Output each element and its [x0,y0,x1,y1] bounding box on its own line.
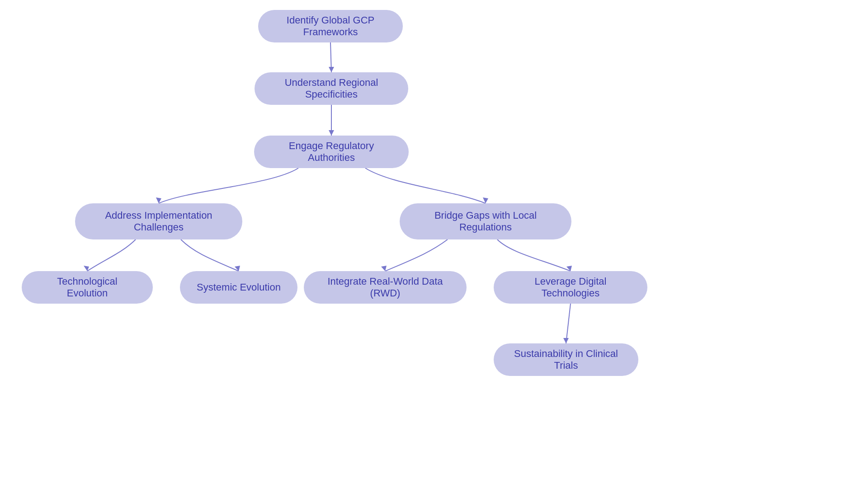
svg-marker-6 [84,266,89,271]
svg-marker-8 [381,266,387,271]
svg-marker-11 [563,338,569,343]
node-tech-evol: Technological Evolution [22,271,153,304]
svg-marker-1 [329,67,334,72]
connector-svg [0,0,868,488]
svg-marker-5 [483,197,488,203]
node-sustain: Sustainability in Clinical Trials [494,343,638,376]
node-digital: Leverage Digital Technologies [494,271,647,304]
svg-line-10 [566,304,571,343]
svg-line-0 [330,42,331,72]
svg-marker-9 [566,266,572,271]
node-sys-evol: Systemic Evolution [180,271,297,304]
node-identify: Identify Global GCP Frameworks [258,10,403,42]
node-bridge: Bridge Gaps with Local Regulations [400,203,571,239]
diagram-container: Identify Global GCP Frameworks Understan… [0,0,868,488]
svg-marker-7 [235,266,240,271]
node-engage: Engage Regulatory Authorities [254,136,409,168]
node-rwd: Integrate Real-World Data (RWD) [304,271,467,304]
node-understand: Understand Regional Specificities [255,72,408,105]
node-address: Address Implementation Challenges [75,203,242,239]
svg-marker-3 [329,130,334,136]
svg-marker-4 [156,197,161,203]
